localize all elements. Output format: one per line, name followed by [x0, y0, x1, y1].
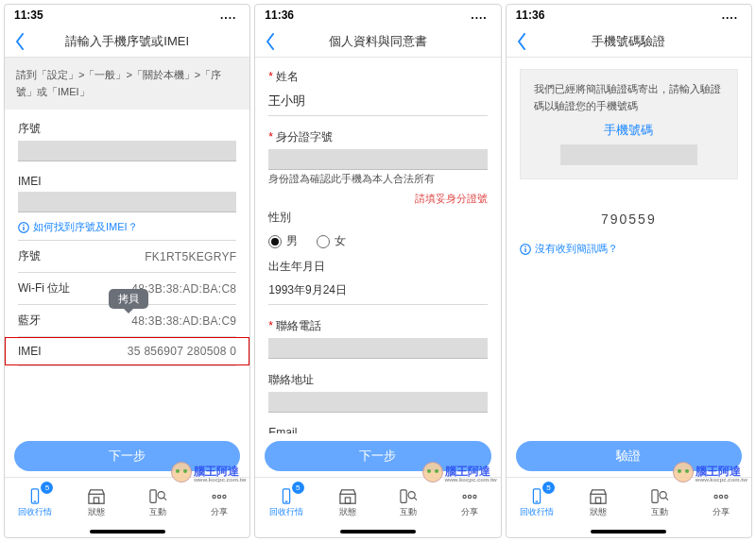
tab-interact[interactable]: 互動: [628, 478, 690, 528]
home-indicator[interactable]: [90, 530, 165, 534]
serial-label: 序號: [18, 121, 236, 137]
app-header: 請輸入手機序號或IMEI: [5, 25, 249, 58]
cellular-signal-icon: ....: [220, 8, 236, 22]
imei-label: IMEI: [18, 175, 236, 188]
tab-recycle[interactable]: 回收行情: [5, 478, 66, 528]
tab-recycle[interactable]: 回收行情: [507, 478, 568, 528]
svg-point-38: [660, 491, 666, 498]
verify-msg: 我們已經將簡訊驗證碼寄出，請輸入驗證碼以驗證您的手機號碼: [534, 81, 724, 114]
more-icon: [209, 488, 230, 505]
svg-rect-32: [524, 246, 525, 246]
next-button[interactable]: 下一步: [14, 441, 240, 471]
home-indicator[interactable]: [340, 530, 416, 534]
svg-rect-37: [652, 489, 658, 502]
idno-input[interactable]: [268, 149, 487, 170]
otp-input[interactable]: 790559: [520, 206, 738, 232]
tab-bar: 5 回收行情 狀態 互動 分享: [5, 477, 249, 528]
svg-rect-35: [591, 494, 606, 503]
svg-point-24: [463, 495, 466, 498]
tab-more[interactable]: 分享: [439, 478, 501, 528]
svg-point-12: [213, 495, 215, 498]
svg-rect-36: [595, 497, 600, 502]
tab-badge: 5: [292, 482, 304, 494]
help-link[interactable]: 如何找到序號及IMEI？: [5, 214, 249, 240]
status-time: 11:36: [265, 8, 294, 22]
tab-recycle[interactable]: 回收行情: [255, 478, 317, 528]
tab-status[interactable]: 狀態: [317, 478, 378, 528]
info-icon: [520, 244, 531, 255]
svg-rect-22: [401, 489, 406, 502]
gender-female-radio[interactable]: 女: [317, 233, 346, 249]
svg-point-25: [469, 495, 472, 498]
tab-status[interactable]: 狀態: [66, 478, 128, 528]
about-bluetooth-row: 藍牙 48:3B:38:AD:BA:C9 拷貝: [5, 305, 249, 336]
svg-point-23: [408, 491, 415, 498]
name-value[interactable]: 王小明: [268, 89, 487, 115]
svg-point-14: [223, 495, 226, 498]
about-imei-row: IMEI 35 856907 280508 0: [5, 337, 249, 365]
verify-button[interactable]: 驗證: [516, 441, 742, 471]
svg-rect-20: [339, 494, 354, 503]
help-text: 請到「設定」>「一般」>「關於本機」>「序號」或「IMEI」: [5, 58, 249, 110]
search-phone-icon: [147, 488, 168, 505]
phone-number-masked: [560, 144, 697, 165]
copy-tooltip[interactable]: 拷貝: [109, 289, 148, 309]
status-time: 11:36: [516, 8, 545, 22]
svg-point-41: [724, 495, 727, 498]
phone-input[interactable]: [268, 338, 487, 359]
address-input[interactable]: [268, 392, 487, 413]
idno-label: 身分證字號: [268, 129, 487, 145]
serial-input[interactable]: [18, 141, 236, 161]
svg-point-11: [158, 491, 164, 498]
phone-screen-1: 11:35 .... 請輸入手機序號或IMEI 請到「設定」>「一般」>「關於本…: [4, 4, 250, 538]
svg-rect-19: [284, 500, 287, 501]
page-title: 請輸入手機序號或IMEI: [5, 33, 249, 50]
help-link-text: 如何找到序號及IMEI？: [33, 220, 138, 234]
status-bar: 11:36 ....: [507, 5, 751, 25]
email-label: Email: [268, 426, 487, 433]
svg-rect-34: [536, 500, 539, 501]
tab-more[interactable]: 分享: [188, 478, 249, 528]
resend-text: 沒有收到簡訊嗎？: [535, 242, 618, 256]
svg-rect-5: [23, 224, 24, 225]
gender-male-radio[interactable]: 男: [268, 233, 298, 249]
resend-link[interactable]: 沒有收到簡訊嗎？: [507, 236, 751, 262]
svg-point-13: [217, 495, 220, 498]
dob-label: 出生年月日: [268, 259, 487, 275]
svg-point-40: [719, 495, 722, 498]
svg-rect-8: [89, 494, 104, 503]
svg-rect-4: [23, 227, 24, 230]
svg-point-26: [473, 495, 476, 498]
dob-value[interactable]: 1993年9月24日: [268, 279, 487, 304]
svg-rect-7: [34, 500, 37, 501]
svg-rect-9: [94, 497, 99, 502]
home-indicator[interactable]: [591, 530, 666, 534]
cellular-signal-icon: ....: [471, 8, 487, 22]
status-time: 11:35: [14, 8, 43, 22]
phone-screen-2: 11:36 .... 個人資料與同意書 姓名 王小明 身分證字號 身份證為確認此…: [254, 4, 501, 538]
verify-info-box: 我們已經將簡訊驗證碼寄出，請輸入驗證碼以驗證您的手機號碼 手機號碼: [520, 69, 738, 179]
idno-note: 身份證為確認此手機為本人合法所有: [255, 172, 500, 190]
imei-input[interactable]: [18, 192, 236, 212]
next-button[interactable]: 下一步: [265, 441, 490, 471]
tab-interact[interactable]: 互動: [378, 478, 439, 528]
cellular-signal-icon: ....: [722, 8, 738, 22]
phone-screen-3: 11:36 .... 手機號碼驗證 我們已經將簡訊驗證碼寄出，請輸入驗證碼以驗證…: [506, 4, 752, 538]
status-bar: 11:35 ....: [5, 5, 249, 25]
svg-rect-21: [345, 497, 350, 502]
tab-interact[interactable]: 互動: [128, 478, 189, 528]
svg-point-39: [714, 495, 717, 498]
status-bar: 11:36 ....: [255, 5, 500, 25]
store-icon: [86, 488, 107, 505]
page-title: 手機號碼驗證: [507, 33, 751, 50]
gender-label: 性別: [268, 210, 487, 226]
page-title: 個人資料與同意書: [255, 33, 500, 50]
info-icon: [18, 222, 29, 233]
about-serial-row: 序號 FK1RT5KEGRYF: [5, 241, 249, 272]
phone-number-title: 手機號碼: [534, 122, 724, 139]
name-label: 姓名: [268, 69, 487, 85]
tab-status[interactable]: 狀態: [567, 478, 628, 528]
address-label: 聯絡地址: [268, 372, 487, 388]
tab-more[interactable]: 分享: [690, 478, 751, 528]
tab-badge: 5: [542, 482, 555, 494]
